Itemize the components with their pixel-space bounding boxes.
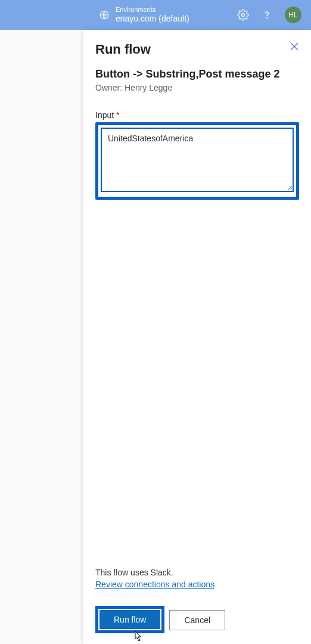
run-flow-highlight: Run flow [95,606,164,633]
panel-header: Run flow Button -> Substring,Post messag… [83,30,311,98]
input-label: Input * [95,110,299,120]
footer-info: This flow uses Slack. [95,568,299,577]
form-section: Input * <span></span> [83,98,311,200]
owner-text: Owner: Henry Legge [95,83,299,92]
input-field[interactable]: <span></span> [101,128,294,192]
help-icon[interactable] [261,9,273,21]
input-highlight: <span></span> [95,122,299,200]
environment-label: Environments [116,6,189,14]
close-icon [290,42,299,51]
cancel-button[interactable]: Cancel [169,610,225,630]
button-row: Run flow Cancel [95,606,299,633]
required-asterisk: * [116,110,119,120]
environment-icon [99,10,110,20]
settings-icon[interactable] [237,9,249,21]
header-actions: HL [237,7,301,23]
avatar[interactable]: HL [285,7,301,23]
run-flow-panel: Run flow Button -> Substring,Post messag… [83,30,311,644]
review-connections-link[interactable]: Review connections and actions [95,580,214,589]
app-header: Environments enayu.com (default) HL [0,0,311,30]
panel-footer: This flow uses Slack. Review connections… [83,568,311,644]
avatar-initials: HL [288,11,297,19]
svg-point-1 [242,14,245,17]
run-flow-button[interactable]: Run flow [99,610,160,629]
panel-title: Run flow [95,42,299,57]
environment-value: enayu.com (default) [116,14,189,24]
flow-name: Button -> Substring,Post message 2 [95,68,299,80]
left-background [0,30,83,644]
input-label-text: Input [95,110,114,120]
close-button[interactable] [290,42,299,54]
environment-text: Environments enayu.com (default) [116,6,189,24]
svg-point-2 [267,18,268,18]
cursor-icon [134,630,144,644]
environment-picker[interactable]: Environments enayu.com (default) [99,6,189,24]
